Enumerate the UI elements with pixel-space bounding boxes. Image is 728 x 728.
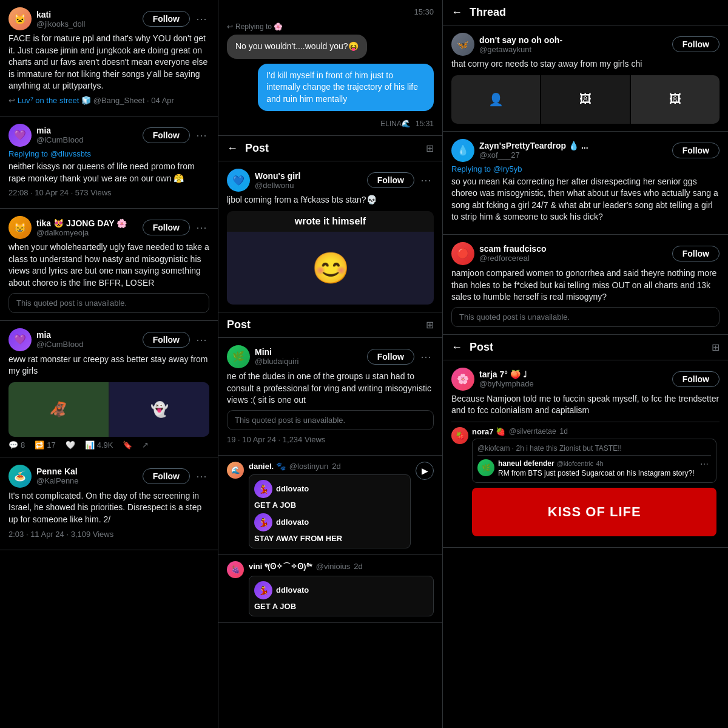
haneul-name: haneul defender <box>498 459 554 468</box>
avatar-ddlovato-3: 💃 <box>254 581 272 599</box>
follow-button-mia-1[interactable]: Follow <box>143 127 190 143</box>
haneul-comment: 🌿 haneul defender @kiofcentric 4h RM fro… <box>477 455 711 477</box>
tweet-text-mia-1: neither kissys nor queens of life need p… <box>8 161 209 184</box>
tweet-kati-header: 🐱 kati @jikooks_doll Follow ⋯ <box>8 7 209 30</box>
nora-handle: @silverrtaetae <box>509 427 556 436</box>
chat-reply-to: Replying to 🌸 <box>235 22 283 31</box>
avatar-daniel: 🌊 <box>227 462 244 479</box>
chat-bubble-1: No you wouldn't....would you?😝 <box>227 35 367 59</box>
follow-button-tika[interactable]: Follow <box>143 220 190 235</box>
display-name-wonu: Wonu's girl <box>255 171 300 181</box>
tweet-meta-mini: 19 · 10 Apr 24 · 1,234 Views <box>227 435 434 444</box>
tweet-meta-mia-1: 22:08 · 10 Apr 24 · 573 Views <box>8 188 209 197</box>
display-name-kati: kati <box>36 10 85 19</box>
tweet-text-tika: when your wholeheartedly ugly fave neede… <box>8 241 209 289</box>
ddlovato-name-3: ddlovato <box>276 585 309 595</box>
back-button-wonu[interactable]: ← <box>227 142 238 155</box>
retweet-handle-kati: @Bang_Sheet <box>93 96 145 105</box>
comment-sub-vini: 💃 ddlovato GET A JOB <box>249 576 434 616</box>
follow-button-wonu[interactable]: Follow <box>367 172 414 188</box>
comment-date-vini: 2d <box>354 562 362 571</box>
follow-button-mia-2[interactable]: Follow <box>143 332 190 348</box>
haneul-handle: @kiofcentric <box>557 460 594 467</box>
more-menu-penne[interactable]: ⋯ <box>194 470 209 483</box>
layout-icon-nested[interactable]: ⊞ <box>712 342 720 353</box>
avatar-tarja: 🌸 <box>451 368 474 391</box>
tweet-image-mia-2: 🦧 👻 <box>8 382 209 437</box>
nested-post-header: ← Post ⊞ <box>443 335 728 360</box>
chat-time: 15:30 <box>414 7 434 16</box>
follow-button-mini[interactable]: Follow <box>367 349 414 365</box>
ddlovato-text-1a: GET A JOB <box>254 500 405 510</box>
display-name-tika: tika 😻 JJONG DAY 🌸 <box>36 218 127 228</box>
ddlovato-name-1: ddlovato <box>276 484 309 493</box>
mid-column: 15:30 ↩ Replying to 🌸 No you wouldn't...… <box>218 0 443 728</box>
follow-button-tarja[interactable]: Follow <box>672 371 720 387</box>
follow-button-dontSayNo[interactable]: Follow <box>672 36 720 52</box>
more-menu-kati[interactable]: ⋯ <box>194 12 209 25</box>
layout-icon-mini[interactable]: ⊞ <box>426 319 434 331</box>
image-mosaic-dontSayNo: 👤 🖼 🖼 <box>451 75 720 124</box>
back-button-nested[interactable]: ← <box>451 341 462 354</box>
follow-button-kati[interactable]: Follow <box>143 11 190 27</box>
username-scam: @redforcereal <box>479 254 547 263</box>
like-btn[interactable]: 🤍 <box>66 440 75 450</box>
comment-date-daniel: 2d <box>332 462 340 471</box>
quoted-unavailable-scam: This quoted post is unavailable. <box>451 307 720 327</box>
avatar-mia-1: 💜 <box>8 124 32 147</box>
username-zayn: @xof___27 <box>479 150 588 160</box>
kiss-of-life-image: KISS OF LIFE <box>472 488 716 536</box>
display-name-zayn: Zayn'sPrettyTeardrop 💧 ... <box>479 141 588 150</box>
follow-button-scam[interactable]: Follow <box>672 246 720 261</box>
avatar-haneul: 🌿 <box>477 459 494 476</box>
chat-bubble-2: I'd kill myself in front of him just to … <box>258 64 434 112</box>
right-column: ← Thread 🦋 don't say no oh ooh- @getaway… <box>443 0 728 728</box>
reply-count[interactable]: 💬 8 <box>8 440 25 450</box>
rm-photo: 😊 <box>227 232 434 305</box>
avatar-vini: 🍇 <box>227 561 244 578</box>
tweet-text-mia-2: eww rat monster ur creepy ass better sta… <box>8 354 209 377</box>
avatar-tika: 😸 <box>8 216 32 239</box>
tweet-text-kati: FACE is for mature ppl and that's why YO… <box>8 33 209 92</box>
display-name-scam: scam fraudcisco <box>479 244 547 254</box>
username-tika: @dalkomyeoja <box>36 228 127 237</box>
more-menu-wonu[interactable]: ⋯ <box>418 174 434 187</box>
sub-comment-section: 🍓 nora7 🍓 @silverrtaetae 1d @kiofcam · 2… <box>451 422 720 536</box>
chat-reply-indicator: ↩ Replying to 🌸 <box>227 22 434 31</box>
tweet-kati: 🐱 kati @jikooks_doll Follow ⋯ FACE is fo… <box>0 0 218 116</box>
more-haneul[interactable]: ⋯ <box>698 459 711 469</box>
more-menu-mia-2[interactable]: ⋯ <box>194 333 209 346</box>
chat-time2: 15:31 <box>416 120 434 128</box>
avatar-wonu: 💙 <box>227 169 250 192</box>
tweet-wonu: 💙 Wonu's girl @dellwonu Follow ⋯ ljbol c… <box>218 161 442 312</box>
thread-header: ← Thread <box>443 0 728 25</box>
more-menu-tika[interactable]: ⋯ <box>194 221 209 234</box>
thread-title: Thread <box>470 6 506 19</box>
avatar-nora: 🍓 <box>451 427 468 444</box>
tweet-mini: 🌿 Mini @bludaiquiri Follow ⋯ ne of the d… <box>218 338 442 456</box>
nora-date: 1d <box>560 427 568 436</box>
bookmark-btn[interactable]: 🔖 <box>123 440 132 450</box>
retweet-count[interactable]: 🔁 17 <box>35 440 55 450</box>
back-button-thread[interactable]: ← <box>451 6 462 19</box>
nora-sub-text: @kiofcam · 2h i hate this Zionist but TA… <box>472 439 716 483</box>
display-name-mia-1: mia <box>36 126 84 135</box>
more-menu-mia-1[interactable]: ⋯ <box>194 129 209 142</box>
tweet-rt-2: 💧 Zayn'sPrettyTeardrop 💧 ... @xof___27 F… <box>443 132 728 235</box>
nested-post-section: ← Post ⊞ 🌸 tarja 7° 🍑 ♩ @byNymphade Foll… <box>443 335 728 548</box>
play-button[interactable]: ▶ <box>416 462 434 480</box>
more-menu-mini[interactable]: ⋯ <box>418 350 434 363</box>
avatar-zayn: 💧 <box>451 139 474 162</box>
follow-button-penne[interactable]: Follow <box>143 468 190 484</box>
tweet-text-penne: It's not complicated. On the day of the … <box>8 490 209 526</box>
follow-button-zayn[interactable]: Follow <box>672 143 720 158</box>
layout-icon-wonu[interactable]: ⊞ <box>426 143 434 154</box>
reply-to-zayn: Replying to @lry5yb <box>451 164 720 174</box>
tweet-text-wonu: ljbol coming from a f¥ckass bts stan?💀 <box>227 194 434 206</box>
comment-daniel: 🌊 daniel. 🐾 @lostinyun 2d 💃 ddlovato GET… <box>218 456 442 555</box>
right-feed: ← Thread 🦋 don't say no oh ooh- @getaway… <box>443 0 728 728</box>
display-name-mia-2: mia <box>36 330 84 340</box>
share-btn[interactable]: ↗ <box>142 440 149 450</box>
avatar-ddlovato-2: 💃 <box>254 513 272 531</box>
views-count: 📊 4.9K <box>85 440 113 450</box>
